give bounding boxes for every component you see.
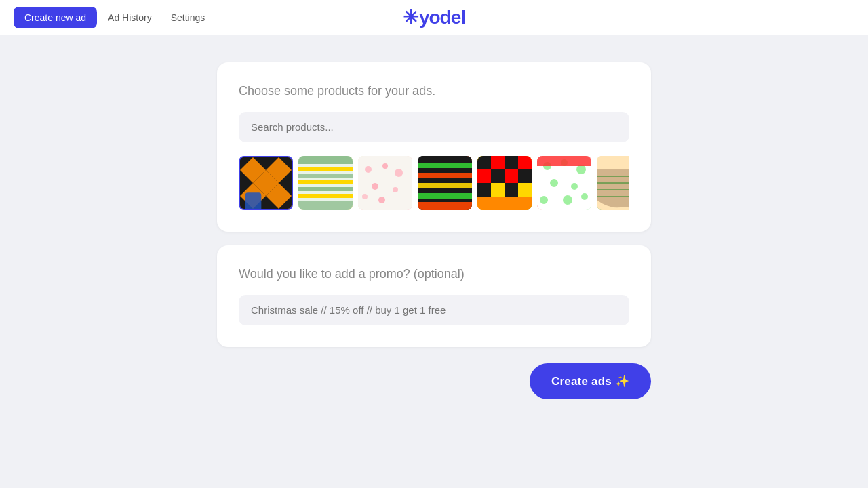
- svg-point-47: [550, 179, 558, 187]
- header: Create new ad Ad History Settings ✳yodel: [0, 0, 868, 35]
- sock-image-1: [240, 156, 292, 210]
- svg-rect-52: [537, 156, 591, 166]
- svg-rect-35: [491, 169, 505, 183]
- create-ads-row: Create ads ✨: [217, 363, 651, 399]
- product-thumb-4[interactable]: [418, 156, 472, 210]
- svg-rect-27: [418, 193, 472, 199]
- ad-history-button[interactable]: Ad History: [100, 7, 160, 28]
- logo-star-icon: ✳: [403, 6, 418, 28]
- svg-rect-24: [418, 163, 472, 168]
- products-card: Choose some products for your ads.: [217, 62, 651, 232]
- svg-rect-14: [298, 201, 353, 210]
- svg-rect-26: [418, 183, 472, 188]
- svg-point-18: [395, 169, 403, 177]
- svg-point-22: [362, 194, 368, 199]
- svg-point-50: [563, 195, 572, 205]
- svg-rect-6: [245, 192, 262, 210]
- svg-rect-25: [418, 173, 472, 178]
- svg-point-20: [393, 187, 398, 192]
- sock-image-3: [358, 156, 412, 210]
- svg-rect-9: [298, 167, 353, 171]
- svg-rect-30: [477, 156, 491, 169]
- product-thumb-7[interactable]: [597, 156, 629, 210]
- promo-card: Would you like to add a promo? (optional…: [217, 245, 651, 347]
- svg-rect-8: [298, 156, 353, 164]
- svg-rect-42: [477, 197, 532, 210]
- sock-image-4: [418, 156, 472, 210]
- products-row: [239, 156, 629, 210]
- product-thumb-2[interactable]: [298, 156, 353, 210]
- svg-point-48: [571, 183, 578, 190]
- product-thumb-1[interactable]: [239, 156, 293, 210]
- logo: ✳yodel: [403, 6, 465, 28]
- create-new-ad-button[interactable]: Create new ad: [14, 7, 97, 28]
- svg-rect-40: [505, 183, 518, 197]
- logo-text: yodel: [419, 7, 465, 28]
- svg-point-16: [365, 166, 372, 173]
- svg-rect-32: [505, 156, 518, 169]
- svg-point-46: [576, 165, 586, 174]
- product-thumb-5[interactable]: [477, 156, 532, 210]
- main-content: Choose some products for your ads.: [0, 35, 868, 426]
- sock-image-5: [477, 156, 532, 210]
- search-input[interactable]: [239, 112, 629, 142]
- svg-rect-54: [597, 156, 629, 169]
- svg-rect-41: [518, 183, 532, 197]
- svg-rect-13: [298, 194, 353, 198]
- svg-rect-34: [477, 169, 491, 183]
- svg-rect-28: [418, 202, 472, 210]
- sock-image-6: [537, 156, 591, 210]
- svg-rect-31: [491, 156, 505, 169]
- svg-point-21: [378, 197, 385, 203]
- product-thumb-6[interactable]: [537, 156, 591, 210]
- svg-point-19: [372, 183, 378, 190]
- svg-rect-36: [505, 169, 518, 183]
- svg-rect-33: [518, 156, 532, 169]
- svg-point-51: [581, 193, 588, 200]
- promo-card-title: Would you like to add a promo? (optional…: [239, 267, 629, 281]
- header-nav: Create new ad Ad History Settings: [14, 7, 213, 28]
- svg-rect-37: [518, 169, 532, 183]
- svg-rect-12: [298, 187, 353, 191]
- product-thumb-3[interactable]: [358, 156, 412, 210]
- promo-input[interactable]: [239, 295, 629, 325]
- products-card-title: Choose some products for your ads.: [239, 84, 629, 98]
- svg-rect-39: [491, 183, 505, 197]
- svg-point-49: [540, 196, 548, 204]
- svg-rect-38: [477, 183, 491, 197]
- sock-image-2: [298, 156, 353, 210]
- create-ads-button[interactable]: Create ads ✨: [530, 363, 651, 399]
- svg-rect-10: [298, 174, 353, 178]
- sock-image-7: [597, 156, 629, 210]
- svg-rect-11: [298, 180, 353, 184]
- svg-point-17: [382, 163, 388, 169]
- settings-button[interactable]: Settings: [163, 7, 214, 28]
